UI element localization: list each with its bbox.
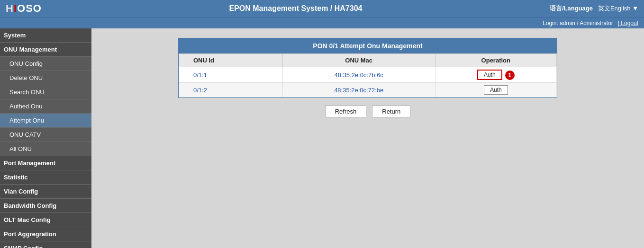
onu-id-cell: 0/1:2 — [179, 83, 283, 97]
onu-table: ONU Id ONU Mac Operation 0/1:148:35:2e:0… — [179, 53, 557, 97]
col-onu-id: ONU Id — [179, 54, 283, 67]
return-button[interactable]: Return — [372, 106, 410, 117]
onu-id-cell: 0/1:1 — [179, 67, 283, 83]
col-operation: Operation — [435, 54, 556, 67]
operation-cell: Auth — [435, 83, 556, 97]
sidebar-item-port-management[interactable]: Port Management — [0, 156, 91, 170]
sidebar-item-olt-mac-config[interactable]: OLT Mac Config — [0, 213, 91, 227]
sidebar: SystemONU ManagementONU ConfigDelete ONU… — [0, 28, 91, 248]
auth-button-2[interactable]: Auth — [484, 85, 508, 95]
onu-table-container: PON 0/1 Attempt Onu Management ONU Id ON… — [178, 38, 557, 98]
highlight-badge: 1 — [505, 71, 515, 80]
language-label: 语言/Language — [550, 5, 593, 12]
language-value[interactable]: 英文English — [598, 5, 631, 12]
operation-cell: Auth1 — [435, 67, 556, 83]
sidebar-item-bandwidth-config[interactable]: Bandwidth Config — [0, 199, 91, 213]
header-title: EPON Management System / HA7304 — [229, 4, 362, 13]
header-bottom: Login: admin / Administrator | Logout — [0, 17, 644, 28]
header-top: HIOSO EPON Management System / HA7304 语言… — [0, 0, 644, 17]
table-title: PON 0/1 Attempt Onu Management — [179, 38, 557, 53]
sidebar-item-all-onu[interactable]: All ONU — [0, 142, 91, 156]
sidebar-item-attempt-onu[interactable]: Attempt Onu — [0, 114, 91, 128]
sidebar-item-vlan-config[interactable]: Vlan Config — [0, 185, 91, 199]
table-row: 0/1:248:35:2e:0c:72:beAuth — [179, 83, 557, 97]
refresh-button[interactable]: Refresh — [325, 106, 367, 117]
sidebar-item-statistic[interactable]: Statistic — [0, 170, 91, 185]
logout-link[interactable]: | Logout — [618, 20, 638, 27]
auth-button-1[interactable]: Auth — [477, 70, 502, 80]
sidebar-item-onu-config[interactable]: ONU Config — [0, 57, 91, 71]
onu-mac-cell: 48:35:2e:0c:7b:6c — [282, 67, 435, 83]
sidebar-item-onu-catv[interactable]: ONU CATV — [0, 128, 91, 142]
sidebar-item-search-onu[interactable]: Search ONU — [0, 85, 91, 99]
sidebar-item-authed-onu[interactable]: Authed Onu — [0, 99, 91, 114]
login-info: Login: admin / Administrator — [543, 20, 613, 27]
sidebar-item-system[interactable]: System — [0, 28, 91, 43]
sidebar-item-delete-onu[interactable]: Delete ONU — [0, 71, 91, 85]
onu-mac-cell: 48:35:2e:0c:72:be — [282, 83, 435, 97]
sidebar-item-snmp-config[interactable]: SNMP Config — [0, 241, 91, 248]
table-row: 0/1:148:35:2e:0c:7b:6cAuth1 — [179, 67, 557, 83]
logo: HIOSO — [6, 2, 42, 15]
sidebar-item-onu-management[interactable]: ONU Management — [0, 43, 91, 57]
col-onu-mac: ONU Mac — [282, 54, 435, 67]
main-layout: SystemONU ManagementONU ConfigDelete ONU… — [0, 28, 644, 248]
logo-text: HIOSO — [6, 2, 42, 15]
content-area: PON 0/1 Attempt Onu Management ONU Id ON… — [91, 28, 644, 248]
button-row: Refresh Return — [101, 106, 635, 117]
header-language[interactable]: 语言/Language 英文English ▼ — [550, 4, 638, 13]
sidebar-item-port-aggregation[interactable]: Port Aggregration — [0, 227, 91, 241]
